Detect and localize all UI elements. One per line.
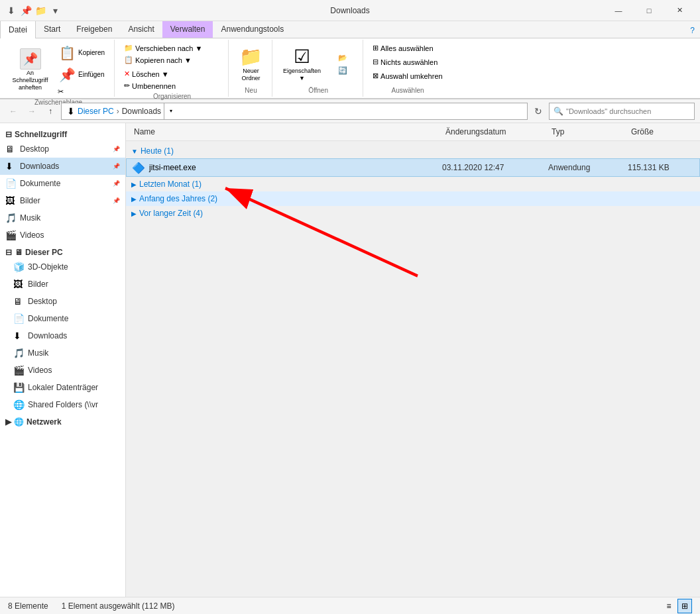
ribbon-group-select: ⊞ Alles auswählen ⊟ Nichts auswählen ⊠ A… [365,40,451,97]
open-button[interactable]: 📂 [335,52,350,64]
copy-to-button[interactable]: 📋 Kopieren nach ▼ [121,54,223,66]
col-size[interactable]: Größe [628,126,695,138]
view-controls: ≡ ⊞ [662,599,692,613]
ribbon-group-organise: 📁 Verschieben nach ▼ 📋 Kopieren nach ▼ ✕… [116,40,229,97]
organise-group-content: 📁 Verschieben nach ▼ 📋 Kopieren nach ▼ ✕… [121,42,223,91]
col-type[interactable]: Typ [549,126,628,138]
minimize-button[interactable]: — [603,0,634,21]
col-name[interactable]: Name [131,126,443,138]
tab-datei[interactable]: Datei [0,21,36,38]
new-folder-button[interactable]: 📁 NeuerOrdner [235,43,266,85]
sidebar-item-downloads-pc[interactable]: ⬇ Downloads [0,327,125,344]
sidebar-item-dokumente[interactable]: 📄 Dokumente 📌 [0,175,125,192]
back-button[interactable]: ← [5,103,21,119]
close-button[interactable]: ✕ [664,0,695,21]
window-icon: ⬇ [5,5,17,17]
select-all-button[interactable]: ⊞ Alles auswählen [370,42,436,54]
sidebar-item-3d[interactable]: 🧊 3D-Objekte [0,258,125,276]
quick-access-header[interactable]: ⊟ Schnellzugriff [0,126,125,140]
table-row[interactable]: 🔷 jitsi-meet.exe 03.11.2020 12:47 Anwend… [126,158,700,177]
forward-button[interactable]: → [24,103,40,119]
group-heute[interactable]: ▼ Heute (1) [126,144,700,158]
sidebar-item-dokumente-pc[interactable]: 📄 Dokumente [0,310,125,327]
title-bar-icons: ⬇ 📌 📁 ▾ [5,5,61,17]
tab-start[interactable]: Start [36,21,68,38]
select-none-icon: ⊟ [373,58,379,66]
open-group-extra: 📂 🔄 [327,50,357,79]
anfang-jahres-label: Anfang des Jahres (2) [139,194,217,203]
path-this-pc[interactable]: Dieser PC [78,107,114,116]
sidebar-item-videos-pc[interactable]: 🎬 Videos [0,362,125,379]
delete-button[interactable]: ✕ Löschen ▼ [121,68,223,79]
group-letzten-monat[interactable]: ▶ Letzten Monat (1) [126,177,700,191]
tab-ansicht[interactable]: Ansicht [120,21,162,38]
this-pc-header[interactable]: ⊟ 🖥 Dieser PC [0,244,125,258]
up-button[interactable]: ↑ [42,103,58,119]
refresh-button[interactable]: ↻ [530,103,546,119]
address-bar[interactable]: ⬇ Dieser PC › Downloads ▾ [61,103,528,120]
properties-button[interactable]: ☑ Eigenschaften▼ [279,43,325,85]
tab-verwalten[interactable]: Verwalten [162,21,213,38]
sidebar-item-desktop[interactable]: 🖥 Desktop 📌 [0,140,125,158]
quick-access-label: Schnellzugriff [15,130,67,139]
pin-to-quickaccess-button[interactable]: 📌 An Schnellzugriff anheften [8,46,52,93]
sidebar-item-videos[interactable]: 🎬 Videos [0,227,125,244]
nav-bar: ← → ↑ ⬇ Dieser PC › Downloads ▾ ↻ 🔍 [0,99,700,123]
properties-icon: ☑ [294,46,310,68]
local-drive-icon: 💾 [13,382,25,393]
quick-access-icon[interactable]: 📌 [20,5,32,17]
delete-icon: ✕ [124,70,130,78]
downloads-icon: ⬇ [5,161,17,172]
details-view-button[interactable]: ≡ [662,599,676,613]
scissors-button[interactable]: ✂ [55,86,109,97]
history-button[interactable]: 🔄 [335,65,350,76]
heute-label: Heute (1) [141,146,174,156]
open-label: Öffnen [308,87,328,94]
tab-freigeben[interactable]: Freigeben [68,21,120,38]
sidebar-item-musik[interactable]: 🎵 Musik [0,209,125,227]
search-bar[interactable]: 🔍 [549,103,695,120]
invert-selection-button[interactable]: ⊠ Auswahl umkehren [370,70,445,81]
organise-col: 📁 Verschieben nach ▼ 📋 Kopieren nach ▼ [121,42,223,66]
copy-icon: 📋 [59,45,76,61]
copy-button[interactable]: 📋 Kopieren [55,42,109,64]
sidebar-item-desktop-pc[interactable]: 🖥 Desktop [0,293,125,310]
maximize-button[interactable]: □ [634,0,664,21]
musik-icon: 🎵 [5,213,17,223]
shared-icon: 🌐 [13,399,25,410]
group-anfang-jahres[interactable]: ▶ Anfang des Jahres (2) [126,191,700,206]
move-to-button[interactable]: 📁 Verschieben nach ▼ [121,42,223,54]
rename-button[interactable]: ✏ Umbenennen [121,80,223,91]
sidebar-item-bilder-pc[interactable]: 🖼 Bilder [0,276,125,293]
clipboard-group-content: 📌 An Schnellzugriff anheften 📋 Kopieren … [8,42,109,97]
file-list: ▼ Heute (1) 🔷 jitsi-meet.exe 03.11.2020 … [126,141,700,597]
path-dropdown-button[interactable]: ▾ [164,103,177,120]
tiles-view-button[interactable]: ⊞ [677,599,692,613]
organise-col2: ✕ Löschen ▼ ✏ Umbenennen [121,68,223,91]
search-icon: 🔍 [554,107,563,116]
help-button[interactable]: ? [685,23,700,38]
quick-access-expand-icon: ⊟ [5,130,12,139]
ribbon-tabs: Datei Start Freigeben Ansicht Verwalten … [0,21,700,38]
copy-paste-col: 📋 Kopieren 📌 Einfügen ✂ [55,42,109,97]
vor-langer-zeit-expand-icon: ▶ [131,210,137,217]
folder-icon[interactable]: 📁 [34,5,46,17]
col-date[interactable]: Änderungsdatum [443,126,549,138]
sidebar: ⊟ Schnellzugriff 🖥 Desktop 📌 ⬇ Downloads… [0,123,126,597]
letzten-monat-label: Letzten Monat (1) [139,179,202,189]
sidebar-item-shared[interactable]: 🌐 Shared Folders (\\vr [0,396,125,413]
search-input[interactable] [566,107,690,115]
sidebar-item-downloads[interactable]: ⬇ Downloads 📌 [0,158,125,175]
open-icon: 📂 [338,54,347,62]
group-vor-langer-zeit[interactable]: ▶ Vor langer Zeit (4) [126,206,700,221]
sidebar-item-musik-pc[interactable]: 🎵 Musik [0,344,125,362]
network-header[interactable]: ▶ 🌐 Netzwerk [0,413,125,428]
history-icon: 🔄 [338,66,347,75]
paste-button[interactable]: 📌 Einfügen [55,64,109,85]
sidebar-item-local-drive[interactable]: 💾 Lokaler Datenträger [0,379,125,396]
select-none-button[interactable]: ⊟ Nichts auswählen [370,56,440,68]
tab-anwendungstools[interactable]: Anwendungstools [213,21,292,38]
sidebar-item-bilder[interactable]: 🖼 Bilder 📌 [0,192,125,209]
path-icon: ⬇ [67,106,75,117]
dropdown-icon[interactable]: ▾ [49,5,61,17]
